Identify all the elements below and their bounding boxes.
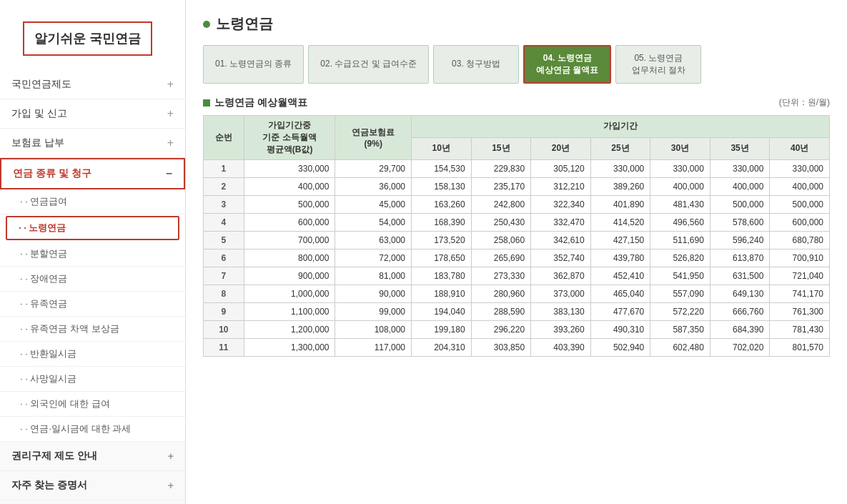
cell-insurance: 54,000 xyxy=(335,213,412,231)
cell-y35: 684,390 xyxy=(710,320,770,338)
cell-y40: 721,040 xyxy=(770,267,830,285)
col-rownum: 순번 xyxy=(204,115,244,159)
sidebar-sub-item-disability-pension[interactable]: · 장애연금 xyxy=(0,267,185,292)
cell-y15: 229,830 xyxy=(471,159,531,177)
col-income: 가입기간중 기준 소득월액 평균액(B값) xyxy=(244,115,335,159)
cell-y35: 613,870 xyxy=(710,249,770,267)
sidebar-sub-item-old-age-pension[interactable]: · 노령연금 xyxy=(6,216,179,240)
cell-income: 1,000,000 xyxy=(244,285,335,302)
col-period-20년: 20년 xyxy=(531,137,591,159)
cell-y20: 322,340 xyxy=(531,195,591,213)
cell-y15: 250,430 xyxy=(471,213,531,231)
cell-y30: 330,000 xyxy=(650,159,710,177)
cell-insurance: 72,000 xyxy=(335,249,412,267)
cell-income: 1,100,000 xyxy=(244,302,335,320)
cell-income: 330,000 xyxy=(244,159,335,177)
cell-y35: 631,500 xyxy=(710,267,770,285)
cell-y40: 600,000 xyxy=(770,213,830,231)
sidebar-item-pension-types[interactable]: 연금 종류 및 청구− xyxy=(0,158,185,189)
cell-y40: 400,000 xyxy=(770,177,830,195)
table-row: 1 330,000 29,700 154,530 229,830 305,120… xyxy=(204,159,830,177)
sidebar-nav: 국민연금제도+가입 및 신고+보험료 납부+연금 종류 및 청구−· 연금급여·… xyxy=(0,70,185,442)
sidebar-sub-item-split-pension[interactable]: · 분할연금 xyxy=(0,242,185,267)
cell-y35: 400,000 xyxy=(710,177,770,195)
cell-y15: 288,590 xyxy=(471,302,531,320)
sidebar-item-label: 가입 및 신고 xyxy=(11,107,67,120)
plus-icon: + xyxy=(168,480,174,491)
cell-num: 2 xyxy=(204,177,244,195)
cell-y35: 666,760 xyxy=(710,302,770,320)
sidebar-sub-item-survivor-pension[interactable]: · 유족연금 xyxy=(0,292,185,317)
table-title-square xyxy=(203,99,210,107)
table-row: 2 400,000 36,000 158,130 235,170 312,210… xyxy=(204,177,830,195)
cell-income: 1,200,000 xyxy=(244,320,335,338)
sidebar-sub-item-survivor-compensation[interactable]: · 유족연금 차액 보상금 xyxy=(0,317,185,342)
cell-y15: 273,330 xyxy=(471,267,531,285)
col-period-30년: 30년 xyxy=(650,137,710,159)
cell-income: 900,000 xyxy=(244,267,335,285)
cell-y25: 465,040 xyxy=(590,285,650,302)
tab-tab1[interactable]: 01. 노령연금의 종류 xyxy=(203,45,304,84)
cell-num: 7 xyxy=(204,267,244,285)
cell-y35: 578,600 xyxy=(710,213,770,231)
cell-y30: 496,560 xyxy=(650,213,710,231)
cell-num: 10 xyxy=(204,320,244,338)
cell-insurance: 81,000 xyxy=(335,267,412,285)
sidebar-sub-item-death-benefit[interactable]: · 사망일시금 xyxy=(0,367,185,392)
cell-y15: 296,220 xyxy=(471,320,531,338)
table-row: 6 800,000 72,000 178,650 265,690 352,740… xyxy=(204,249,830,267)
pension-table: 순번 가입기간중 기준 소득월액 평균액(B값) 연금보험료 (9%) 가입기간… xyxy=(203,115,830,357)
table-unit: (단위：원/월) xyxy=(779,97,830,109)
cell-y20: 362,870 xyxy=(531,267,591,285)
cell-y30: 572,220 xyxy=(650,302,710,320)
tabs-row: 01. 노령연금의 종류02. 수급요건 및 급여수준03. 청구방법04. 노… xyxy=(203,45,830,84)
sidebar-item-join-report[interactable]: 가입 및 신고+ xyxy=(0,99,185,129)
cell-y20: 393,260 xyxy=(531,320,591,338)
sidebar-sub-item-pension-tax[interactable]: · 연금·일시금에 대한 과세 xyxy=(0,417,185,442)
sidebar-section-glossary[interactable]: 국민연금 용어사전 xyxy=(0,500,185,504)
tab-tab4[interactable]: 04. 노령연금 예상연금 월액표 xyxy=(523,45,611,84)
tab-tab3[interactable]: 03. 청구방법 xyxy=(433,45,519,84)
cell-insurance: 45,000 xyxy=(335,195,412,213)
table-row: 4 600,000 54,000 168,390 250,430 332,470… xyxy=(204,213,830,231)
cell-y10: 154,530 xyxy=(412,159,472,177)
sidebar-sub-item-foreigner-benefit[interactable]: · 외국인에 대한 급여 xyxy=(0,392,185,417)
cell-y25: 439,780 xyxy=(590,249,650,267)
cell-y35: 649,130 xyxy=(710,285,770,302)
sidebar-section-rights-system[interactable]: 권리구제 제도 안내+ xyxy=(0,442,185,471)
sidebar-section-label: 권리구제 제도 안내 xyxy=(11,450,97,463)
sidebar-sub-item-refund[interactable]: · 반환일시금 xyxy=(0,342,185,367)
cell-y30: 511,690 xyxy=(650,231,710,249)
cell-y20: 373,000 xyxy=(531,285,591,302)
cell-y40: 700,910 xyxy=(770,249,830,267)
sidebar-item-label: 연금 종류 및 청구 xyxy=(13,167,91,180)
cell-y40: 680,780 xyxy=(770,231,830,249)
cell-y35: 330,000 xyxy=(710,159,770,177)
plus-icon: + xyxy=(168,450,174,462)
sidebar-item-insurance-payment[interactable]: 보험료 납부+ xyxy=(0,129,185,158)
cell-y30: 602,480 xyxy=(650,338,710,356)
cell-num: 6 xyxy=(204,249,244,267)
cell-y15: 258,060 xyxy=(471,231,531,249)
col-period-25년: 25년 xyxy=(590,137,650,159)
cell-income: 400,000 xyxy=(244,177,335,195)
cell-y40: 801,570 xyxy=(770,338,830,356)
cell-y25: 477,670 xyxy=(590,302,650,320)
cell-insurance: 36,000 xyxy=(335,177,412,195)
plus-icon: + xyxy=(167,78,174,91)
cell-y30: 400,000 xyxy=(650,177,710,195)
col-period-40년: 40년 xyxy=(770,137,830,159)
table-title: 노령연금 예상월액표 xyxy=(203,97,307,109)
cell-y25: 427,150 xyxy=(590,231,650,249)
tab-tab2[interactable]: 02. 수급요건 및 급여수준 xyxy=(308,45,429,84)
cell-income: 800,000 xyxy=(244,249,335,267)
sidebar-sub-item-pension-benefit[interactable]: · 연금급여 xyxy=(0,189,185,214)
cell-num: 1 xyxy=(204,159,244,177)
sidebar-item-pension-system[interactable]: 국민연금제도+ xyxy=(0,70,185,99)
cell-y30: 541,950 xyxy=(650,267,710,285)
cell-y25: 330,000 xyxy=(590,159,650,177)
col-period-35년: 35년 xyxy=(710,137,770,159)
tab-tab5[interactable]: 05. 노령연금 업무처리 절차 xyxy=(615,45,701,84)
col-period-10년: 10년 xyxy=(412,137,472,159)
sidebar-section-certificates[interactable]: 자주 찾는 증명서+ xyxy=(0,471,185,500)
